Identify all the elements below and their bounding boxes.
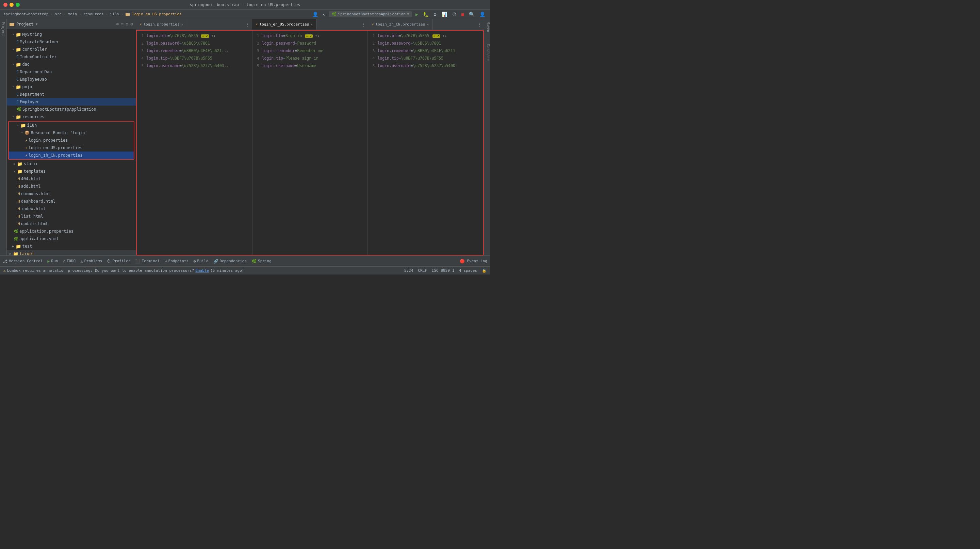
tree-item-mylocaleresolver[interactable]: C MyLocaleResolver — [7, 38, 136, 46]
up-down-arrows[interactable]: ↑↓ — [315, 34, 320, 38]
tab-close-icon[interactable]: ✕ — [311, 22, 313, 26]
tree-item-springbootapp[interactable]: 🌿 SpringbootBootstrapApplication — [7, 105, 136, 113]
cursor-position[interactable]: 5:24 — [404, 268, 414, 273]
tree-item-controller[interactable]: ▾ 📁 controller — [7, 46, 136, 53]
gear-icon[interactable]: ⚙ — [130, 21, 133, 27]
tree-item-commons[interactable]: H commons.html — [7, 190, 136, 198]
tab-close-icon[interactable]: ✕ — [181, 22, 183, 26]
database-strip-label[interactable]: Database — [484, 44, 490, 61]
run-icon[interactable]: ▶ — [414, 11, 420, 18]
tree-item-departmentdao[interactable]: C DepartmentDao — [7, 68, 136, 76]
encoding[interactable]: ISO-8859-1 — [432, 268, 454, 273]
stop-icon[interactable]: ■ — [460, 11, 466, 18]
tab-login-zh-properties[interactable]: ⚡ login_zh_CN.properties ✕ — [368, 19, 433, 30]
project-folder-icon — [10, 22, 14, 26]
tab-overflow-icon[interactable]: ⋮ — [243, 19, 252, 30]
code-line: 3 login.remember=\u8BB0\u4F4F\u6211 — [368, 47, 483, 54]
left-sidebar-strip: Project — [0, 19, 7, 255]
project-dropdown-icon[interactable]: ▼ — [36, 22, 38, 26]
project-title: Project — [16, 22, 34, 27]
tree-item-indexcontroller[interactable]: C IndexController — [7, 53, 136, 61]
tree-item-target[interactable]: ▶ 📁 target — [7, 250, 136, 255]
tree-item-login-zh-properties[interactable]: ⚡ login_zh_CN.properties — [9, 152, 134, 159]
tab-overflow-icon[interactable]: ⋮ — [475, 19, 484, 30]
breadcrumb-bar: springboot-bootstrap › src › main › reso… — [0, 10, 490, 19]
tree-item-list[interactable]: H list.html — [7, 212, 136, 220]
tree-item-department[interactable]: C Department — [7, 91, 136, 98]
tree-item-login-properties[interactable]: ⚡ login.properties — [9, 137, 134, 144]
maven-strip-label[interactable]: Maven — [484, 22, 490, 32]
breadcrumb-file[interactable]: login_en_US.properties — [132, 12, 182, 16]
todo-tool[interactable]: ✓ TODO — [63, 259, 76, 263]
build-icon[interactable]: ⚙ — [432, 11, 438, 18]
minimize-button[interactable] — [10, 3, 14, 7]
tree-item-dao[interactable]: ▾ 📁 dao — [7, 61, 136, 68]
terminal-tool[interactable]: ⬛ Terminal — [135, 259, 159, 263]
tree-item-index[interactable]: H index.html — [7, 205, 136, 212]
tree-settings-icon[interactable]: ⚙ — [126, 21, 128, 27]
code-area-1[interactable]: 1 login.btn=\u767B\u5F55 ⚠ 2 ↑↓ 2 login.… — [137, 31, 252, 255]
tree-item-mystring[interactable]: ▾ 📁 MyString — [7, 31, 136, 38]
build-tool[interactable]: ⚙ Build — [193, 259, 208, 263]
run-tool[interactable]: ▶ Run — [47, 259, 58, 263]
tree-item-404[interactable]: H 404.html — [7, 175, 136, 182]
breadcrumb-main[interactable]: main — [68, 12, 77, 16]
coverage-icon[interactable]: 📊 — [440, 11, 449, 18]
collapse-icon[interactable]: ≡ — [121, 21, 124, 27]
indent-info[interactable]: 4 spaces — [459, 268, 477, 273]
line-ending[interactable]: CRLF — [418, 268, 427, 273]
tree-item-test[interactable]: ▶ 📁 test — [7, 243, 136, 250]
code-area-2[interactable]: 1 login.btn=Sign in ⚠ 2 ↑↓ 2 login.passw… — [253, 31, 368, 255]
tab-close-icon[interactable]: ✕ — [427, 22, 429, 26]
build-label: Build — [197, 259, 208, 263]
editor-panels: 1 login.btn=\u767B\u5F55 ⚠ 2 ↑↓ 2 login.… — [136, 30, 484, 255]
person-icon[interactable]: 👤 — [311, 11, 320, 18]
window-controls[interactable] — [3, 3, 20, 7]
tree-item-pojo[interactable]: ▾ 📁 pojo — [7, 83, 136, 91]
app-selector[interactable]: 🌿 SpringbootBootstrapApplication ▼ — [329, 11, 412, 17]
breadcrumb-i18n[interactable]: i18n — [110, 12, 119, 16]
maximize-button[interactable] — [16, 3, 20, 7]
version-control-tool[interactable]: ⎇ Version Control — [3, 259, 43, 263]
breadcrumb-project[interactable]: springboot-bootstrap — [3, 12, 48, 16]
code-area-3[interactable]: 1 login.btn=\u767B\u5F55 ⚠ 2 ↑↓ 2 login.… — [368, 31, 483, 255]
tab-login-properties[interactable]: ⚡ login.properties ✕ — [136, 19, 187, 30]
up-down-arrows[interactable]: ↑↓ — [211, 34, 215, 38]
tree-item-app-yaml[interactable]: 🌿 application.yaml — [7, 235, 136, 243]
problems-tool[interactable]: ⚠ Problems — [80, 259, 102, 263]
tree-item-dashboard[interactable]: H dashboard.html — [7, 198, 136, 205]
search-icon[interactable]: 🔍 — [468, 11, 476, 18]
tab-overflow-icon[interactable]: ⋮ — [359, 19, 368, 30]
tree-item-app-properties[interactable]: 🌿 application.properties — [7, 228, 136, 235]
tree-item-employeedao[interactable]: C EmployeeDao — [7, 76, 136, 83]
spring-tool[interactable]: 🌿 Spring — [251, 259, 272, 263]
tree-item-login-en-properties[interactable]: ⚡ login_en_US.properties — [9, 144, 134, 152]
tree-item-update[interactable]: H update.html — [7, 220, 136, 228]
project-strip-label[interactable]: Project — [2, 22, 5, 36]
close-button[interactable] — [3, 3, 8, 7]
tab-login-en-properties[interactable]: ⚡ login_en_US.properties ✕ — [252, 19, 317, 30]
tree-item-resource-bundle[interactable]: ▾ 📦 Resource Bundle 'login' — [9, 129, 134, 137]
tree-item-add[interactable]: H add.html — [7, 182, 136, 190]
endpoints-tool[interactable]: ⇌ Endpoints — [164, 259, 189, 263]
profiler-tool[interactable]: ⏱ Profiler — [107, 259, 130, 263]
cursor-icon[interactable]: ↖ — [321, 11, 327, 18]
up-down-arrows[interactable]: ↑↓ — [442, 34, 447, 38]
tree-item-templates[interactable]: ▾ 📁 templates — [7, 168, 136, 175]
todo-label: TODO — [67, 259, 76, 263]
breadcrumb-src[interactable]: src — [55, 12, 62, 16]
debug-icon[interactable]: 🐛 — [422, 11, 430, 18]
tree-item-static[interactable]: ▶ 📁 static — [7, 160, 136, 168]
i18n-highlight-box: ▾ 📁 i18n ▾ 📦 Resource Bundle 'login' ⚡ l… — [8, 121, 134, 160]
profile-icon[interactable]: ⏱ — [450, 11, 458, 18]
breadcrumb-resources[interactable]: resources — [83, 12, 104, 16]
tree-item-employee[interactable]: C Employee — [7, 98, 136, 105]
enable-link[interactable]: Enable — [195, 268, 209, 273]
locate-icon[interactable]: ⊕ — [116, 21, 119, 27]
user-icon2[interactable]: 👤 — [478, 11, 487, 18]
tree-item-i18n[interactable]: ▾ 📁 i18n — [9, 121, 134, 129]
dependencies-tool[interactable]: 🔗 Dependencies — [213, 259, 247, 263]
status-warning: ⚠ Lombok requires annotation processing:… — [3, 268, 401, 273]
event-log-label[interactable]: Event Log — [467, 259, 487, 263]
tree-item-resources[interactable]: ▾ 📁 resources — [7, 113, 136, 121]
